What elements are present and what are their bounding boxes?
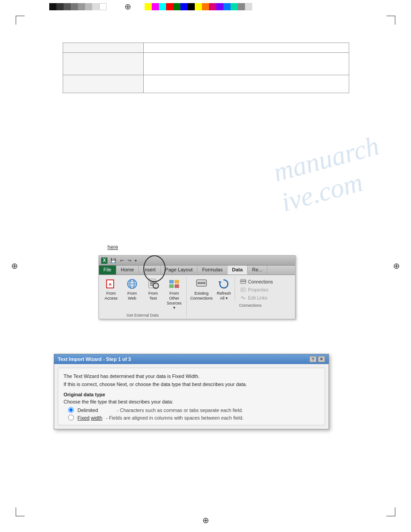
refresh-all-icon [218,278,230,290]
wizard-subsection: Choose the file type that best describes… [64,399,319,404]
corner-mark-tr [386,16,395,25]
left-crosshair: ⊕ [11,261,18,271]
wizard-line2: If this is correct, choose Next, or choo… [64,381,319,389]
wizard-line1: The Text Wizard has determined that your… [64,373,319,381]
svg-point-26 [243,280,244,282]
svg-rect-15 [175,280,179,283]
watermark: manuarchive.com [270,130,390,218]
from-text-button[interactable]: FromText [143,276,163,302]
existing-connections-icon [195,278,208,290]
radio-fixed-width: Fixed width - Fields are aligned in colu… [68,415,319,420]
tab-formulas[interactable]: Formulas [197,266,227,275]
top-crosshair: ⊕ [124,2,131,12]
radio-fixed-width-desc: - Fields are aligned in columns with spa… [106,415,244,420]
get-external-data-group: A FromAccess [101,276,187,317]
table-cell [63,75,144,93]
from-other-sources-icon [168,278,180,290]
radio-delimited: Delimited - Characters such as commas or… [68,407,319,413]
quick-access-toolbar: 💾 ↩ ↪ ▾ [109,258,138,263]
table-cell [63,43,144,53]
wizard-title: Text Import Wizard - Step 1 of 3 [58,356,131,362]
from-access-icon: A [105,278,117,290]
top-left-marks [0,0,45,13]
existing-connections-button[interactable]: ExistingConnections [190,276,213,302]
wizard-help-button[interactable]: ? [309,356,317,362]
properties-button[interactable]: Properties [239,286,274,293]
top-registration-bar: ⊕ [0,0,411,13]
svg-rect-28 [241,288,245,292]
properties-icon [240,287,246,293]
table-cell [144,75,349,93]
radio-delimited-desc: - Characters such as commas or tabs sepa… [117,408,243,413]
svg-point-27 [244,280,246,282]
svg-marker-23 [218,281,222,284]
tab-home[interactable]: Home [116,266,139,275]
table-row [63,75,349,93]
tab-data[interactable]: Data [227,266,248,275]
wizard-titlebar: Text Import Wizard - Step 1 of 3 ? ✕ [54,354,329,364]
edit-links-icon [240,295,246,301]
connections-group-label: Connections [214,303,261,308]
properties-label: Properties [248,287,269,292]
content-table [63,43,349,93]
wizard-titlebar-buttons: ? ✕ [309,356,325,362]
fixed-width-underlined: Fixed [77,415,90,420]
bottom-crosshair: ⊕ [202,515,209,525]
svg-point-19 [197,282,200,284]
from-access-button[interactable]: A FromAccess [101,276,121,302]
tab-file[interactable]: File [99,266,116,275]
ribbon-titlebar: X 💾 ↩ ↪ ▾ [99,256,295,266]
svg-rect-16 [169,284,174,288]
from-other-sources-label: From OtherSources ▾ [165,291,183,310]
svg-point-20 [200,282,203,284]
underline-text: here [107,244,118,250]
connections-button[interactable]: Connections [239,278,274,285]
connections-icon [240,279,246,285]
from-web-label: FromWeb [128,291,137,301]
from-other-sources-button[interactable]: From OtherSources ▾ [164,276,184,312]
refresh-all-label: RefreshAll ▾ [217,291,231,301]
grayscale-strip [49,3,107,10]
excel-ribbon-screenshot: X 💾 ↩ ↪ ▾ File Home Insert Page Layout F… [98,255,295,319]
from-web-icon [126,278,138,290]
existing-connections-label: ExistingConnections [190,291,213,301]
from-access-label: FromAccess [104,291,117,301]
radio-group-data-type: Delimited - Characters such as commas or… [64,407,319,420]
corner-mark-bl [16,507,25,516]
fixed-width-word2: width [91,415,103,420]
table-row [63,53,349,75]
svg-point-21 [203,282,206,284]
wizard-section-title: Original data type [64,392,319,397]
tab-insert[interactable]: Insert [139,266,161,275]
svg-rect-17 [175,284,179,288]
svg-rect-14 [169,280,174,283]
corner-mark-tl [16,16,25,25]
tab-page-layout[interactable]: Page Layout [161,266,198,275]
radio-fixed-width-label[interactable]: Fixed width [77,415,103,420]
from-text-label: FromText [149,291,158,301]
table-cell [144,53,349,75]
radio-fixed-width-input[interactable] [68,415,74,420]
get-external-data-sublabel [190,303,213,308]
edit-links-label: Edit Links [248,296,267,300]
wizard-close-button[interactable]: ✕ [318,356,325,362]
radio-delimited-label[interactable]: Delimited [77,408,113,413]
from-text-icon [147,278,159,290]
table-cell [144,43,349,53]
excel-logo-icon: X [101,257,107,264]
connections-label: Connections [248,279,273,284]
get-external-data-label: Get External Data [127,313,159,317]
radio-delimited-input[interactable] [68,407,74,413]
table-row [63,43,349,53]
ribbon-tabs: File Home Insert Page Layout Formulas Da… [99,266,295,275]
text-import-wizard-dialog[interactable]: Text Import Wizard - Step 1 of 3 ? ✕ The… [54,354,329,429]
table-cell [63,53,144,75]
ribbon-content: A FromAccess [99,275,295,319]
edit-links-button[interactable]: Edit Links [239,294,274,301]
refresh-all-button[interactable]: RefreshAll ▾ [214,276,233,302]
connections-small-group: Connections Properties [235,276,274,301]
wizard-content-area: The Text Wizard has determined that your… [58,368,325,425]
from-web-button[interactable]: FromWeb [122,276,142,302]
tab-review[interactable]: Re... [248,266,267,275]
right-crosshair: ⊕ [393,261,400,271]
